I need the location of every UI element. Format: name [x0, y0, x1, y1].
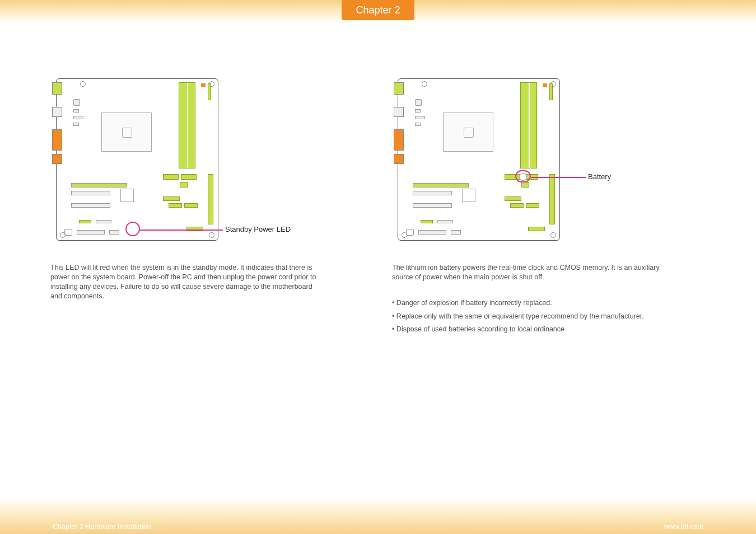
motherboard-diagram-right	[398, 78, 560, 241]
right-board-wrap: Battery	[392, 78, 661, 241]
content-area: Standby Power LED This LED will lit red …	[0, 78, 756, 336]
battery-label: Battery	[588, 172, 611, 181]
safety-bullet-2: • Replace only with the same or equivale…	[392, 310, 706, 324]
safety-bullet-1: • Danger of explosion if battery incorre…	[392, 297, 706, 310]
standby-led-description: This LED will lit red when the system is…	[50, 263, 319, 301]
safety-notes: • Danger of explosion if battery incorre…	[392, 297, 706, 336]
footer-bar: Chapter 2 Hardware Installation www.dfi.…	[0, 522, 756, 534]
chapter-tab: Chapter 2	[342, 0, 414, 20]
standby-led-highlight-ring	[125, 222, 140, 236]
left-column: Standby Power LED This LED will lit red …	[50, 78, 364, 336]
chapter-tab-label: Chapter 2	[356, 4, 400, 16]
footer-left-text: Chapter 2 Hardware Installation	[53, 523, 151, 531]
standby-led-leader-line	[140, 229, 223, 231]
battery-leader-line	[531, 177, 586, 178]
battery-highlight-ring	[515, 170, 531, 182]
footer-right-text: www.dfi.com	[664, 523, 703, 531]
battery-description: The lithium ion battery powers the real-…	[392, 263, 661, 282]
safety-bullet-3: • Dispose of used batteries according to…	[392, 323, 706, 336]
motherboard-diagram-left	[56, 78, 218, 241]
left-board-wrap: Standby Power LED	[50, 78, 319, 241]
right-column: Battery The lithium ion battery powers t…	[392, 78, 706, 336]
standby-led-label: Standby Power LED	[225, 225, 291, 233]
